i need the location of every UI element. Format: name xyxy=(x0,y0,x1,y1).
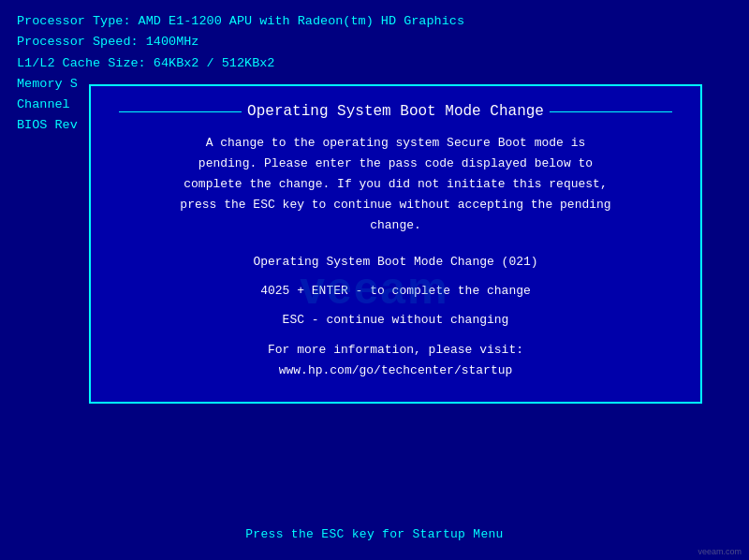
processor-speed-line: Processor Speed: 1400MHz xyxy=(17,32,732,52)
bios-screen: Processor Type: AMD E1-1200 APU with Rad… xyxy=(0,0,749,560)
modal-info-url: www.hp.com/go/techcenter/startup xyxy=(119,361,672,381)
bottom-status-bar: Press the ESC key for Startup Menu xyxy=(0,527,749,541)
modal-enter-instruction: 4025 + ENTER - to complete the change xyxy=(119,282,672,302)
modal-info-footer: For more information, please visit: www.… xyxy=(119,340,672,381)
modal-esc-instruction: ESC - continue without changing xyxy=(119,311,672,331)
processor-type-line: Processor Type: AMD E1-1200 APU with Rad… xyxy=(17,11,732,32)
boot-mode-modal: Operating System Boot Mode Change A chan… xyxy=(89,84,702,404)
cache-size-line: L1/L2 Cache Size: 64KBx2 / 512KBx2 xyxy=(17,53,732,74)
modal-body-text: A change to the operating system Secure … xyxy=(119,133,672,236)
modal-title-bar: Operating System Boot Mode Change xyxy=(119,103,672,120)
modal-code-label: Operating System Boot Mode Change (021) xyxy=(119,253,672,273)
esc-startup-text: Press the ESC key for Startup Menu xyxy=(245,527,503,541)
veeam-watermark: veeam.com xyxy=(698,547,742,556)
modal-info-label: For more information, please visit: xyxy=(119,340,672,361)
modal-title: Operating System Boot Mode Change xyxy=(247,103,544,120)
